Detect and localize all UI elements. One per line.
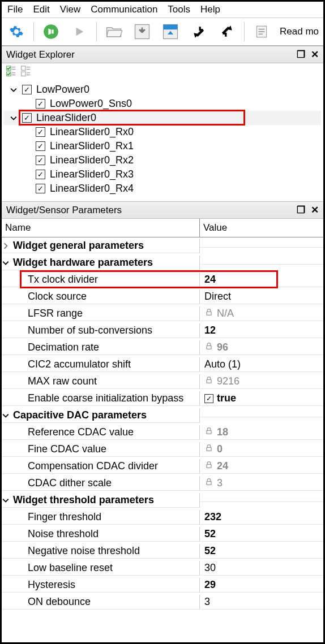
param-value[interactable]: true [217,392,236,404]
param-name: Fine CDAC value [2,443,106,455]
tree-item[interactable]: LinearSlider0_Rx0 [4,125,321,139]
play-icon[interactable] [68,20,91,43]
checkbox-icon[interactable] [36,170,45,179]
tree-item[interactable]: LinearSlider0_Rx3 [4,167,321,181]
check-all-icon[interactable] [5,66,18,78]
param-name: CDAC dither scale [2,477,112,489]
tree-item[interactable]: LinearSlider0_Rx2 [4,153,321,167]
param-value[interactable]: Auto (1) [204,358,241,370]
param-name: Low baseline reset [2,562,113,574]
param-name: Decimation rate [2,342,99,353]
param-value[interactable]: 9216 [217,375,240,387]
gear-icon[interactable] [5,20,28,43]
param-group[interactable]: Capacitive DAC parameters [2,407,323,424]
param-row: Negative noise threshold52 [2,543,323,560]
tree-item[interactable]: LinearSlider0_Rx4 [4,181,321,196]
param-value[interactable]: 3 [204,596,210,608]
param-row: MAX raw count9216 [2,373,323,390]
chevron-down-icon[interactable] [2,412,10,419]
close-icon[interactable]: ✕ [311,204,319,216]
menu-file[interactable]: File [7,4,23,15]
param-value[interactable]: 0 [217,443,223,455]
param-value[interactable]: 3 [217,477,223,489]
param-value[interactable]: 18 [217,426,228,438]
param-name: ON debounce [2,596,91,608]
tree-toolbar [2,63,323,80]
param-table: Widget general parametersWidget hardware… [2,237,323,611]
lock-icon [204,342,213,353]
checkbox-icon[interactable] [22,85,32,94]
checkbox-icon[interactable] [36,99,45,109]
checkbox-icon[interactable] [36,184,45,193]
param-value[interactable]: 52 [204,545,216,557]
checkbox-icon[interactable] [36,127,45,137]
menu-view[interactable]: View [60,4,81,15]
panel-header-explorer: Widget Explorer ❐ ✕ [2,46,323,63]
param-value[interactable]: 24 [204,274,216,286]
param-name: Clock source [2,291,87,302]
tree-item-label: LowPower0 [36,84,89,96]
tree-item-label: LinearSlider0_Rx4 [50,183,134,195]
tree-item-label: LowPower0_Sns0 [50,98,132,110]
param-value[interactable]: 232 [204,511,221,523]
svg-rect-26 [207,481,211,485]
upload-icon[interactable] [159,20,182,43]
param-value[interactable]: 30 [204,562,216,574]
param-value[interactable]: 52 [204,528,216,540]
checkbox-icon[interactable] [36,141,45,151]
folder-open-icon[interactable] [102,20,125,43]
param-row: Finger threshold232 [2,509,323,526]
chevron-down-icon[interactable] [10,114,18,122]
lock-icon [204,460,213,472]
param-row: Compensation CDAC divider24 [2,458,323,475]
param-value[interactable]: 12 [204,325,216,336]
param-row: Noise threshold52 [2,526,323,543]
chevron-down-icon[interactable] [10,86,18,94]
chevron-right-icon[interactable] [2,243,10,249]
chevron-down-icon[interactable] [2,260,10,266]
panel-title-params: Widget/Sensor Parameters [6,205,297,216]
chevron-down-icon[interactable] [2,497,10,504]
download-icon[interactable] [131,20,153,43]
param-row: Reference CDAC value18 [2,424,323,441]
param-value[interactable]: 29 [204,579,216,591]
tree-item[interactable]: LowPower0_Sns0 [4,97,321,111]
toolbar: Read mo [2,18,323,46]
close-icon[interactable]: ✕ [311,49,319,60]
param-row: Low baseline reset30 [2,560,323,577]
param-name: Finger threshold [2,511,101,523]
tree-item[interactable]: LinearSlider0 [4,111,321,125]
tree-item[interactable]: LinearSlider0_Rx1 [4,139,321,153]
param-group-label: Capacitive DAC parameters [13,409,147,421]
svg-rect-22 [207,379,211,383]
param-name: CIC2 accumulator shift [2,358,131,370]
menu-tools[interactable]: Tools [168,4,190,15]
param-group-label: Widget hardware parameters [13,257,153,269]
tree-item[interactable]: LowPower0 [4,83,321,97]
export-icon[interactable] [216,20,238,43]
param-group[interactable]: Widget hardware parameters [2,254,323,271]
undock-icon[interactable]: ❐ [297,204,305,216]
checkbox-icon[interactable] [36,155,45,165]
param-value[interactable]: 24 [217,460,228,472]
param-group[interactable]: Widget general parameters [2,237,323,254]
menu-edit[interactable]: Edit [33,4,49,15]
svg-rect-25 [207,464,211,468]
document-icon[interactable] [250,20,273,43]
param-value[interactable]: Direct [204,291,231,302]
menu-help[interactable]: Help [200,4,220,15]
menu-communication[interactable]: Communication [91,4,157,15]
param-group[interactable]: Widget threshold parameters [2,492,323,509]
undock-icon[interactable]: ❐ [297,49,305,60]
checkbox-icon[interactable] [22,113,32,123]
param-row: Enable coarse initialization bypasstrue [2,390,323,407]
import-icon[interactable] [187,20,210,43]
menu-bar: File Edit View Communication Tools Help [2,2,323,18]
checkbox-icon[interactable] [204,394,213,403]
param-value[interactable]: N/A [217,308,234,319]
param-value[interactable]: 96 [217,342,228,353]
connect-icon[interactable] [40,20,62,43]
lock-icon [204,426,213,438]
svg-rect-15 [22,72,25,76]
uncheck-all-icon[interactable] [20,66,32,78]
